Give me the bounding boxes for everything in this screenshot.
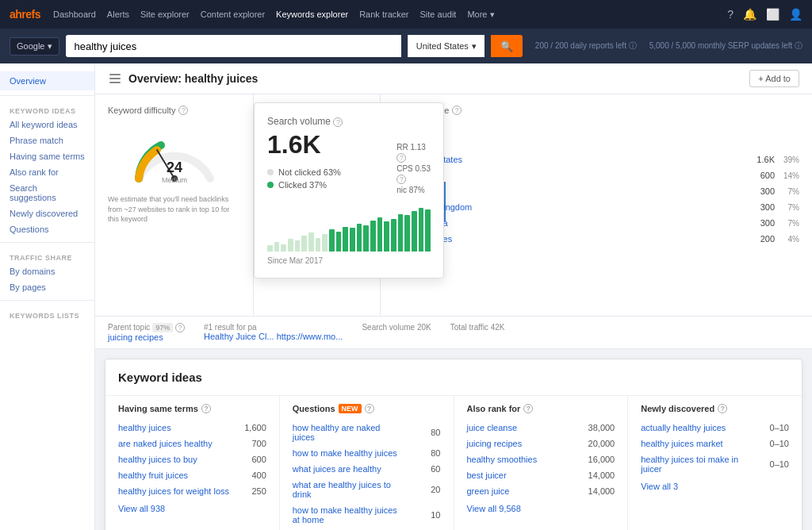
parent-topic-result: #1 result for pa Healthy Juice Cl... htt…	[204, 323, 343, 342]
sv-bar	[370, 221, 376, 252]
ki-keyword-link[interactable]: healthy juices for weight loss	[118, 486, 229, 496]
sv-bar	[404, 215, 410, 252]
country-value: 1.6K	[751, 155, 775, 164]
country-name[interactable]: Indonesia	[410, 218, 746, 228]
top-nav: ahrefs Dashboard Alerts Site explorer Co…	[0, 0, 812, 29]
sidebar-item-search-suggestions[interactable]: Search suggestions	[0, 180, 94, 205]
ki-keyword-link[interactable]: best juicer	[467, 470, 507, 480]
nav-site-audit[interactable]: Site audit	[420, 10, 457, 20]
ki-row: best juicer 14,000	[467, 467, 615, 483]
bell-icon[interactable]: 🔔	[743, 8, 756, 21]
ki-keyword-link[interactable]: healthy juices market	[641, 439, 722, 448]
ki-keyword-link[interactable]: healthy juices toi make in juicer	[641, 455, 753, 474]
nav-dashboard[interactable]: Dashboard	[53, 10, 96, 20]
ki-row: actually healthy juices 0–10	[641, 420, 789, 436]
ki-keyword-link[interactable]: are naked juices healthy	[118, 439, 213, 448]
nav-keywords-explorer[interactable]: Keywords explorer	[276, 10, 348, 20]
ki-keyword-link[interactable]: healthy juices to buy	[118, 455, 197, 464]
ki-view-all-link[interactable]: View all 3	[641, 477, 789, 496]
add-to-button[interactable]: + Add to	[749, 70, 799, 87]
ki-keyword-link[interactable]: what are healthy juices to drink	[293, 480, 405, 499]
ki-keyword-link[interactable]: actually healthy juices	[641, 423, 726, 432]
ki-keyword-link[interactable]: how healthy are naked juices	[293, 423, 405, 442]
sidebar-item-having-same-terms[interactable]: Having same terms	[0, 148, 94, 164]
search-source-select[interactable]: Google ▾	[10, 37, 59, 56]
country-name[interactable]: Philippines	[410, 234, 746, 244]
parent-topic-link[interactable]: juicing recipes	[108, 332, 185, 342]
parent-topic-result-link[interactable]: Healthy Juice Cl... https://www.mo...	[204, 332, 343, 341]
ki-help-icon[interactable]: ?	[365, 404, 374, 413]
hamburger-icon[interactable]	[108, 72, 122, 85]
ki-keyword-link[interactable]: how to make healthy juices at home	[293, 505, 405, 524]
nav-content-explorer[interactable]: Content explorer	[201, 10, 265, 20]
ki-help-icon[interactable]: ?	[718, 404, 727, 413]
rr-help-icon[interactable]: ?	[396, 153, 406, 163]
sv-bar	[363, 225, 369, 252]
sidebar-item-all-keyword-ideas[interactable]: All keyword ideas	[0, 117, 94, 132]
global-country-row: 🇮🇳 India 600 14%	[393, 167, 799, 183]
nav-alerts[interactable]: Alerts	[107, 10, 129, 20]
page-title: Overview: healthy juices	[128, 72, 258, 85]
ki-keyword-link[interactable]: what juices are healthy	[293, 464, 381, 474]
kd-help-icon[interactable]: ?	[178, 106, 188, 115]
ki-row: what juices are healthy 60	[293, 461, 441, 477]
ki-keyword-link[interactable]: healthy fruit juices	[118, 470, 188, 480]
ki-row: green juice 14,000	[467, 483, 615, 499]
sv-bar	[301, 236, 307, 252]
ki-keyword-link[interactable]: how to make healthy juices	[293, 448, 397, 458]
sidebar-item-questions[interactable]: Questions	[0, 221, 94, 237]
ki-row: healthy juices to buy 600	[118, 451, 266, 467]
ki-keyword-value: 1,600	[231, 423, 266, 432]
sidebar-tab-overview[interactable]: Overview	[0, 71, 94, 90]
ki-keyword-link[interactable]: green juice	[467, 486, 510, 496]
country-label: United States	[416, 41, 469, 51]
help-icon[interactable]: ?	[727, 8, 733, 21]
ki-keyword-value: 700	[231, 439, 266, 448]
country-name[interactable]: Australia	[410, 186, 746, 196]
pt-help-icon[interactable]: ?	[175, 323, 185, 332]
sv-help-icon[interactable]: ?	[333, 117, 343, 127]
sv-bar	[288, 239, 293, 252]
country-pct: 4%	[779, 235, 799, 244]
source-label: Google	[17, 41, 44, 51]
nav-rank-tracker[interactable]: Rank tracker	[359, 10, 408, 20]
ki-help-icon[interactable]: ?	[523, 404, 533, 413]
user-icon[interactable]: 👤	[789, 8, 802, 21]
sv-clicked: Clicked 37%	[267, 180, 341, 190]
sidebar-item-by-domains[interactable]: By domains	[0, 263, 94, 279]
sidebar-item-newly-discovered[interactable]: Newly discovered	[0, 205, 94, 221]
ki-keyword-value: 38,000	[579, 423, 615, 432]
ki-keyword-link[interactable]: healthy juices	[118, 423, 171, 432]
ki-keyword-link[interactable]: healthy smoothies	[467, 455, 538, 464]
parent-topic-badge: 97%	[152, 323, 173, 332]
ki-keyword-link[interactable]: juicing recipes	[467, 439, 523, 448]
global-country-row: 🇦🇺 Australia 300 7%	[393, 183, 799, 199]
clicked-dot	[267, 182, 274, 188]
screen-icon[interactable]: ⬜	[766, 8, 779, 21]
sidebar-item-by-pages[interactable]: By pages	[0, 279, 94, 295]
sv-bar	[425, 209, 431, 252]
sidebar-section-keywords-lists: KEYWORDS LISTS	[0, 305, 94, 321]
country-name[interactable]: United States	[410, 155, 746, 164]
ki-view-all-link[interactable]: View all 9,568	[467, 499, 615, 518]
sv-bar	[274, 242, 280, 252]
keyword-ideas-columns: Having same terms ?healthy juices 1,600a…	[105, 396, 802, 530]
ki-help-icon[interactable]: ?	[201, 404, 211, 413]
ki-view-all-link[interactable]: View all 938	[118, 499, 266, 518]
keyword-search-input[interactable]	[66, 35, 400, 57]
nav-more[interactable]: More ▾	[467, 10, 494, 20]
sidebar-item-also-rank-for[interactable]: Also rank for	[0, 164, 94, 180]
nav-site-explorer[interactable]: Site explorer	[140, 10, 190, 20]
country-select[interactable]: United States ▾	[408, 35, 485, 57]
ki-keyword-link[interactable]: juice cleanse	[467, 423, 518, 432]
sv-bar	[343, 227, 348, 252]
gv-help-icon[interactable]: ?	[452, 106, 462, 115]
country-name[interactable]: United Kingdom	[410, 202, 746, 212]
search-button[interactable]: 🔍	[491, 35, 523, 57]
sidebar-item-phrase-match[interactable]: Phrase match	[0, 132, 94, 148]
gauge-svg: 24 Medium	[127, 123, 222, 186]
nav-links: Dashboard Alerts Site explorer Content e…	[53, 10, 495, 20]
sv-bar	[419, 208, 424, 252]
cps-help-icon[interactable]: ?	[396, 175, 406, 184]
country-name[interactable]: India	[410, 171, 746, 180]
